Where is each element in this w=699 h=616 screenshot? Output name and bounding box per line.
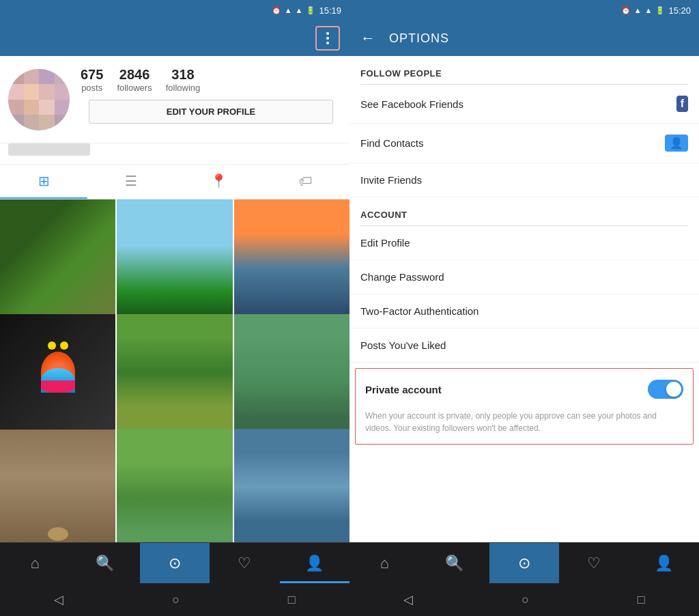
bottom-navigation: ⌂ 🔍 ⊙ ♡ 👤 xyxy=(0,542,350,583)
edit-profile-button[interactable]: EDIT YOUR PROFILE xyxy=(89,100,333,124)
following-count: 318 xyxy=(171,67,194,83)
followers-count: 2846 xyxy=(119,67,150,83)
right-heart-icon: ♡ xyxy=(587,555,601,572)
right-home-nav-item[interactable]: ⌂ xyxy=(350,543,419,583)
change-password-label: Change Password xyxy=(360,271,444,283)
right-camera-nav-item[interactable]: ⊙ xyxy=(489,543,559,583)
change-password-row[interactable]: Change Password xyxy=(350,260,699,294)
edit-profile-row[interactable]: Edit Profile xyxy=(350,226,699,260)
followers-label: followers xyxy=(117,83,152,93)
find-contacts-row[interactable]: Find Contacts 👤 xyxy=(350,124,699,163)
android-back-button[interactable]: ◁ xyxy=(54,592,63,607)
right-status-time: 15:20 xyxy=(668,5,691,16)
right-home-icon: ⌂ xyxy=(380,555,389,572)
right-search-icon: 🔍 xyxy=(445,555,463,572)
find-contacts-label: Find Contacts xyxy=(360,137,424,149)
username-placeholder xyxy=(8,143,90,156)
photo-8[interactable] xyxy=(117,429,232,542)
private-account-row: Private account xyxy=(356,369,693,410)
followers-stat[interactable]: 2846 followers xyxy=(117,67,152,93)
content-tabs: ⊞ ☰ 📍 🏷 xyxy=(0,164,350,199)
photo-3[interactable] xyxy=(234,199,350,315)
see-facebook-friends-label: See Facebook Friends xyxy=(360,98,463,110)
photo-4[interactable] xyxy=(0,314,115,430)
right-status-bar: ⏰ ▲ ▲ 🔋 15:20 xyxy=(350,0,699,20)
options-top-bar: ← OPTIONS xyxy=(350,20,699,56)
list-icon: ☰ xyxy=(125,173,137,189)
invite-friends-row[interactable]: Invite Friends xyxy=(350,163,699,197)
contacts-icon: 👤 xyxy=(665,135,688,152)
private-account-description: When your account is private, only peopl… xyxy=(356,410,693,444)
options-title: OPTIONS xyxy=(389,31,449,46)
left-status-time: 15:19 xyxy=(319,5,341,16)
heart-nav-item[interactable]: ♡ xyxy=(210,543,279,583)
back-button[interactable]: ← xyxy=(360,29,375,47)
invite-friends-label: Invite Friends xyxy=(360,174,422,186)
right-profile-icon: 👤 xyxy=(655,555,673,572)
left-status-bar: ⏰ ▲ ▲ 🔋 15:19 xyxy=(0,0,350,20)
photo-2[interactable] xyxy=(117,199,232,315)
profile-section: 675 posts 2846 followers 318 following E… xyxy=(0,56,350,143)
photo-1[interactable] xyxy=(0,199,115,315)
right-heart-nav-item[interactable]: ♡ xyxy=(559,543,629,583)
posts-stat: 675 posts xyxy=(81,67,103,93)
account-header: ACCOUNT xyxy=(350,197,699,225)
signal-icon: ▲ xyxy=(296,6,303,14)
right-battery-icon: 🔋 xyxy=(655,6,665,15)
photo-5[interactable] xyxy=(117,314,232,430)
tag-icon: 🏷 xyxy=(299,173,313,189)
android-nav-left: ◁ ○ □ xyxy=(0,583,350,616)
two-factor-label: Two-Factor Authentication xyxy=(360,305,479,317)
photo-7[interactable] xyxy=(0,429,115,542)
right-android-home-button[interactable]: ○ xyxy=(522,593,529,607)
toggle-knob xyxy=(666,382,681,397)
search-icon: 🔍 xyxy=(96,555,114,572)
home-nav-item[interactable]: ⌂ xyxy=(0,543,70,583)
photo-9[interactable] xyxy=(234,429,350,542)
following-label: following xyxy=(166,83,201,93)
right-bottom-navigation: ⌂ 🔍 ⊙ ♡ 👤 xyxy=(350,542,699,583)
heart-icon: ♡ xyxy=(238,555,251,572)
right-wifi-icon: ▲ xyxy=(634,6,642,14)
right-android-back-button[interactable]: ◁ xyxy=(403,592,413,607)
follow-people-header: FOLLOW PEOPLE xyxy=(350,56,699,84)
facebook-icon: f xyxy=(676,96,688,112)
edit-profile-label: Edit Profile xyxy=(360,237,410,249)
right-alarm-icon: ⏰ xyxy=(621,6,631,15)
android-home-button[interactable]: ○ xyxy=(172,593,180,607)
private-account-toggle[interactable] xyxy=(648,380,683,399)
see-facebook-friends-row[interactable]: See Facebook Friends f xyxy=(350,85,699,124)
two-factor-row[interactable]: Two-Factor Authentication xyxy=(350,294,699,328)
left-top-bar xyxy=(0,20,350,56)
search-nav-item[interactable]: 🔍 xyxy=(70,543,139,583)
android-recents-button[interactable]: □ xyxy=(288,593,296,607)
more-options-button[interactable] xyxy=(315,26,340,51)
avatar[interactable] xyxy=(8,69,70,130)
right-profile-nav-item[interactable]: 👤 xyxy=(629,543,699,583)
tab-list[interactable]: ☰ xyxy=(87,165,175,199)
home-icon: ⌂ xyxy=(31,555,40,572)
battery-icon: 🔋 xyxy=(306,6,315,15)
tab-grid[interactable]: ⊞ xyxy=(0,165,87,199)
photo-grid xyxy=(0,199,350,542)
wifi-icon: ▲ xyxy=(285,6,292,14)
left-panel: ⏰ ▲ ▲ 🔋 15:19 xyxy=(0,0,350,616)
posts-count: 675 xyxy=(81,67,103,83)
private-account-section: Private account When your account is pri… xyxy=(355,368,694,445)
right-android-recents-button[interactable]: □ xyxy=(638,593,645,607)
camera-icon: ⊙ xyxy=(169,555,181,572)
private-account-label: Private account xyxy=(365,384,442,395)
tab-location[interactable]: 📍 xyxy=(175,165,262,199)
photo-6[interactable] xyxy=(234,314,350,430)
posts-liked-row[interactable]: Posts You've Liked xyxy=(350,328,699,363)
right-panel: ⏰ ▲ ▲ 🔋 15:20 ← OPTIONS FOLLOW PEOPLE Se… xyxy=(350,0,699,616)
tab-tagged[interactable]: 🏷 xyxy=(262,165,350,199)
profile-nav-item[interactable]: 👤 xyxy=(280,543,350,583)
right-search-nav-item[interactable]: 🔍 xyxy=(419,543,489,583)
profile-icon: 👤 xyxy=(305,555,324,572)
following-stat[interactable]: 318 following xyxy=(166,67,201,93)
grid-icon: ⊞ xyxy=(38,173,50,189)
right-signal-icon: ▲ xyxy=(645,6,653,14)
stats-row: 675 posts 2846 followers 318 following xyxy=(81,67,341,93)
camera-nav-item[interactable]: ⊙ xyxy=(140,543,210,583)
